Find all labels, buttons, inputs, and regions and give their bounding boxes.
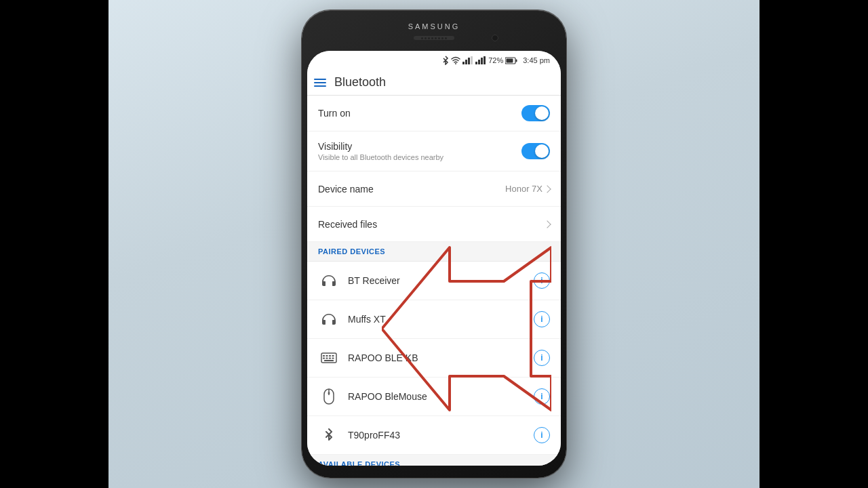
device-name-label: Device name	[318, 184, 374, 195]
device-name-rapoo-kb: RAPOO BLE KB	[348, 352, 526, 363]
phone-device: SAMSUNG	[302, 10, 566, 478]
mouse-icon	[318, 386, 340, 407]
svg-rect-15	[329, 355, 331, 357]
bluetooth-status-icon	[442, 56, 449, 65]
headphones2-icon	[318, 308, 340, 330]
keyboard-icon	[318, 347, 340, 369]
battery-percent: 72%	[488, 56, 503, 64]
speaker-grill	[414, 36, 454, 40]
svg-rect-21	[324, 360, 334, 361]
turn-on-toggle[interactable]	[521, 105, 550, 121]
received-files-label: Received files	[318, 219, 377, 230]
info-btn-bt-receiver[interactable]: i	[534, 272, 550, 289]
device-name-bt-receiver: BT Receiver	[348, 275, 526, 286]
info-btn-rapoo-kb[interactable]: i	[534, 350, 550, 366]
svg-rect-5	[475, 62, 477, 64]
device-row-muffs-xt[interactable]: Muffs XT i	[307, 300, 561, 339]
svg-rect-8	[484, 56, 486, 64]
svg-rect-16	[332, 355, 334, 357]
chevron-right-icon	[543, 185, 551, 192]
svg-rect-13	[323, 355, 325, 357]
device-name-rapoo-mouse: RAPOO BleMouse	[348, 391, 526, 402]
svg-point-23	[328, 392, 330, 394]
svg-rect-19	[329, 358, 331, 359]
left-panel	[0, 0, 108, 488]
svg-rect-20	[332, 358, 334, 359]
turn-on-label: Turn on	[318, 108, 351, 119]
device-row-rapoo-mouse[interactable]: RAPOO BleMouse i	[307, 378, 561, 416]
device-name-row[interactable]: Device name Honor 7X	[307, 171, 561, 207]
info-btn-muffs-xt[interactable]: i	[534, 311, 550, 327]
visibility-row[interactable]: Visibility Visible to all Bluetooth devi…	[307, 131, 561, 171]
settings-list: Turn on Visibility Visible to all Blueto…	[307, 96, 561, 466]
phone-screen: 72% 3:45 pm	[307, 51, 561, 466]
visibility-toggle-knob	[535, 144, 549, 158]
svg-rect-17	[323, 358, 325, 359]
samsung-brand: SAMSUNG	[408, 22, 460, 30]
visibility-sub: Visible to all Bluetooth devices nearby	[318, 153, 443, 161]
front-camera	[492, 35, 498, 41]
headphones-icon	[318, 270, 340, 291]
available-devices-header: AVAILABLE DEVICES	[307, 455, 561, 466]
svg-point-0	[455, 63, 456, 64]
svg-rect-18	[326, 358, 328, 359]
toggle-knob	[535, 106, 549, 120]
device-row-t90[interactable]: T90proFF43 i	[307, 416, 561, 455]
battery-icon	[505, 57, 517, 64]
info-btn-rapoo-mouse[interactable]: i	[534, 388, 550, 405]
svg-rect-6	[478, 60, 480, 64]
bluetooth2-icon	[318, 424, 340, 446]
wifi-icon	[451, 56, 460, 64]
device-name-value: Honor 7X	[505, 184, 550, 194]
svg-rect-11	[507, 58, 513, 62]
visibility-toggle[interactable]	[521, 143, 550, 159]
svg-rect-7	[481, 58, 483, 64]
scene: SAMSUNG	[0, 0, 868, 488]
turn-on-row[interactable]: Turn on	[307, 96, 561, 131]
signal-icon	[462, 56, 473, 64]
page-title: Bluetooth	[334, 75, 386, 89]
svg-rect-14	[326, 355, 328, 357]
signal2-icon	[475, 56, 486, 64]
visibility-label: Visibility	[318, 141, 443, 152]
status-bar: 72% 3:45 pm	[307, 51, 561, 70]
received-files-row[interactable]: Received files	[307, 207, 561, 242]
svg-rect-1	[462, 62, 465, 64]
bluetooth-content: Bluetooth Turn on Visibility	[307, 70, 561, 466]
device-row-rapoo-kb[interactable]: RAPOO BLE KB i	[307, 339, 561, 378]
bluetooth-header[interactable]: Bluetooth	[307, 70, 561, 96]
status-icons: 72%	[442, 56, 517, 65]
received-files-chevron-icon	[543, 220, 551, 228]
device-row-bt-receiver[interactable]: BT Receiver i	[307, 262, 561, 300]
svg-rect-10	[516, 59, 517, 62]
status-time: 3:45 pm	[523, 56, 550, 64]
device-name-muffs-xt: Muffs XT	[348, 314, 526, 325]
svg-rect-2	[465, 60, 467, 64]
right-panel	[760, 0, 868, 488]
menu-icon[interactable]	[314, 79, 326, 87]
device-name-t90: T90proFF43	[348, 430, 526, 441]
svg-rect-4	[471, 56, 473, 64]
svg-rect-3	[468, 58, 470, 64]
info-btn-t90[interactable]: i	[534, 427, 550, 443]
paired-devices-header: PAIRED DEVICES	[307, 242, 561, 262]
